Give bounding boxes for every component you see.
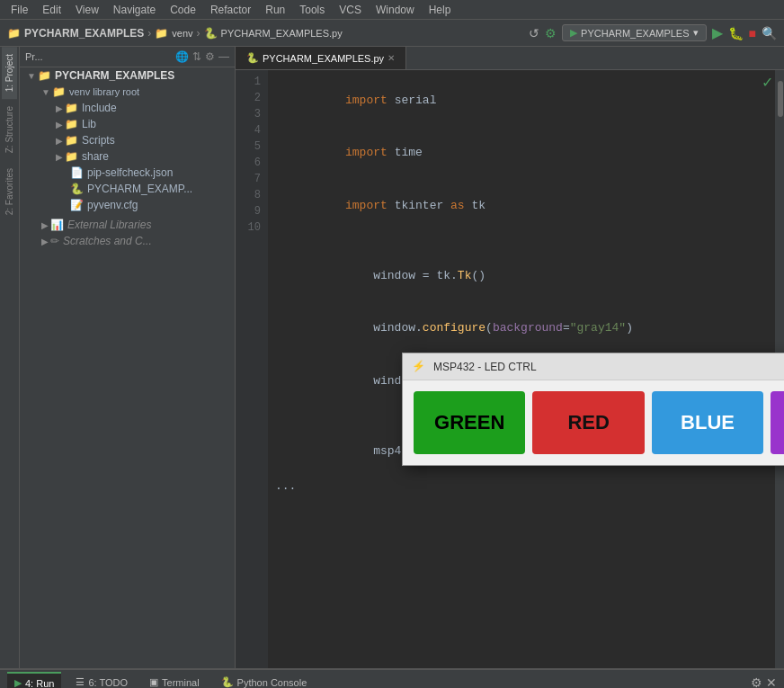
menu-file[interactable]: File bbox=[4, 4, 35, 16]
file-icon-toolbar: 🐍 bbox=[204, 27, 218, 40]
code-line-4 bbox=[275, 232, 768, 250]
code-line-5: window = tk.Tk() bbox=[275, 249, 768, 302]
tree-external-label: External Libraries bbox=[67, 219, 151, 231]
file-label-toolbar[interactable]: PYCHARM_EXAMPLES.py bbox=[221, 28, 343, 39]
menu-refactor[interactable]: Refactor bbox=[203, 4, 258, 16]
run-tab-todo[interactable]: ☰ 6: TODO bbox=[68, 673, 135, 688]
tree-scratches-row[interactable]: ▶ ✏ Scratches and C... bbox=[20, 233, 235, 249]
py-file-icon: 🐍 bbox=[70, 183, 84, 195]
tree-pyfile-row[interactable]: 🐍 PYCHARM_EXAMP... bbox=[20, 181, 235, 197]
multi-led-button[interactable]: MULTI bbox=[771, 391, 784, 454]
tree-pyfile-label: PYCHARM_EXAMP... bbox=[87, 183, 192, 195]
sidebar-icon-minimize[interactable]: — bbox=[218, 50, 229, 63]
floating-content: GREEN RED BLUE MULTI EXIT bbox=[403, 380, 784, 465]
code-line-1: import serial bbox=[275, 74, 768, 127]
share-folder-icon: 📁 bbox=[65, 150, 78, 163]
tree-root-row[interactable]: ▼ 📁 PYCHARM_EXAMPLES bbox=[20, 67, 235, 84]
menu-edit[interactable]: Edit bbox=[35, 4, 68, 16]
tree-venv-row[interactable]: ▼ 📁 venv library root bbox=[20, 84, 235, 100]
menu-window[interactable]: Window bbox=[369, 4, 422, 16]
run-config-selector[interactable]: ▶ PYCHARM_EXAMPLES ▾ bbox=[562, 24, 706, 41]
tree-external-row[interactable]: ▶ 📊 External Libraries bbox=[20, 217, 235, 233]
sidebar-icon-settings[interactable]: ⚙ bbox=[205, 50, 215, 63]
venv-label[interactable]: venv bbox=[172, 28, 192, 39]
scrollbar-thumb[interactable] bbox=[778, 81, 783, 117]
run-config-label: PYCHARM_EXAMPLES bbox=[581, 28, 689, 39]
tree-arrow-scripts: ▶ bbox=[56, 136, 63, 146]
run-settings-icon[interactable]: ⚙ bbox=[751, 675, 762, 689]
sidebar-icon-options[interactable]: ⇅ bbox=[192, 50, 201, 63]
python-console-label: Python Console bbox=[237, 677, 307, 688]
venv-folder-icon: 📁 bbox=[52, 85, 66, 98]
editor-status-ok: ✓ bbox=[762, 74, 773, 91]
update-icon[interactable]: ↺ bbox=[529, 26, 539, 40]
menu-code[interactable]: Code bbox=[163, 4, 203, 16]
tree-pipjson-label: pip-selfcheck.json bbox=[87, 166, 173, 179]
tree-include-row[interactable]: ▶ 📁 Include bbox=[20, 100, 235, 116]
editor-tab-icon: 🐍 bbox=[246, 52, 259, 64]
lib-folder-icon: 📁 bbox=[65, 118, 78, 130]
tree-arrow-share: ▶ bbox=[56, 152, 63, 162]
menu-run[interactable]: Run bbox=[258, 4, 292, 16]
tree-share-row[interactable]: ▶ 📁 share bbox=[20, 148, 235, 165]
run-tabs: ▶ 4: Run ☰ 6: TODO ▣ Terminal 🐍 Python C… bbox=[0, 670, 784, 688]
tree-scripts-row[interactable]: ▶ 📁 Scripts bbox=[20, 132, 235, 148]
external-libs-icon: 📊 bbox=[50, 219, 64, 231]
todo-label: 6: TODO bbox=[88, 677, 128, 688]
vertical-tabs: 1: Project Z: Structure 2: Favorites bbox=[0, 47, 20, 668]
breadcrumb-sep1: › bbox=[147, 27, 151, 40]
tree-arrow-lib: ▶ bbox=[56, 120, 63, 130]
menu-view[interactable]: View bbox=[68, 4, 106, 16]
tree-lib-label: Lib bbox=[82, 118, 96, 130]
menu-help[interactable]: Help bbox=[422, 4, 459, 16]
pip-json-icon: 📄 bbox=[70, 166, 84, 179]
run-tab-terminal[interactable]: ▣ Terminal bbox=[142, 673, 207, 688]
floating-titlebar: ⚡ MSP432 - LED CTRL — □ ✕ bbox=[403, 353, 784, 380]
profile-icon[interactable]: ⚙ bbox=[545, 26, 557, 40]
terminal-icon: ▣ bbox=[149, 676, 158, 688]
red-led-button[interactable]: RED bbox=[532, 391, 644, 454]
search-icon[interactable]: 🔍 bbox=[762, 26, 777, 40]
menu-bar: File Edit View Navigate Code Refactor Ru… bbox=[0, 0, 784, 20]
menu-navigate[interactable]: Navigate bbox=[106, 4, 163, 16]
tree-root-label: PYCHARM_EXAMPLES bbox=[55, 69, 174, 82]
green-led-button[interactable]: GREEN bbox=[414, 391, 525, 454]
menu-vcs[interactable]: VCS bbox=[332, 4, 369, 16]
vert-tab-favorites[interactable]: 2: Favorites bbox=[2, 161, 17, 222]
tree-cfg-label: pyvenv.cfg bbox=[87, 199, 138, 211]
tree-pipjson-row[interactable]: 📄 pip-selfcheck.json bbox=[20, 165, 235, 181]
breadcrumb-sep2: › bbox=[197, 27, 200, 40]
code-line-2: import time bbox=[275, 127, 768, 180]
sidebar-icon-new[interactable]: 🌐 bbox=[175, 50, 189, 63]
editor-tab-label: PYCHARM_EXAMPLES.py bbox=[263, 53, 384, 64]
python-console-icon: 🐍 bbox=[221, 676, 234, 688]
cfg-file-icon: 📝 bbox=[70, 199, 84, 211]
blue-led-button[interactable]: BLUE bbox=[652, 391, 763, 454]
vert-tab-structure[interactable]: Z: Structure bbox=[2, 99, 17, 160]
run-panel-controls: ⚙ ✕ bbox=[751, 675, 777, 689]
run-tab-label: 4: Run bbox=[25, 678, 54, 689]
run-tab-icon: ▶ bbox=[14, 677, 22, 688]
tree-scripts-label: Scripts bbox=[82, 134, 115, 147]
vert-tab-project[interactable]: 1: Project bbox=[2, 47, 17, 99]
menu-tools[interactable]: Tools bbox=[292, 4, 332, 16]
run-tab-run[interactable]: ▶ 4: Run bbox=[7, 672, 61, 688]
tree-arrow-include: ▶ bbox=[56, 103, 63, 113]
tree-lib-row[interactable]: ▶ 📁 Lib bbox=[20, 116, 235, 132]
debug-icon[interactable]: 🐛 bbox=[728, 26, 744, 40]
floating-app-icon: ⚡ bbox=[412, 360, 426, 374]
tree-share-label: share bbox=[82, 150, 109, 163]
stop-icon[interactable]: ■ bbox=[749, 26, 756, 40]
code-line-3: import tkinter as tk bbox=[275, 179, 768, 232]
sidebar-header-label: Pr... bbox=[25, 51, 43, 62]
run-tab-python-console[interactable]: 🐍 Python Console bbox=[214, 673, 315, 688]
tree-cfg-row[interactable]: 📝 pyvenv.cfg bbox=[20, 197, 235, 213]
editor-area: ✓ 🐍 PYCHARM_EXAMPLES.py ✕ 1 2 3 4 5 6 7 … bbox=[236, 47, 784, 668]
tree-include-label: Include bbox=[82, 102, 117, 114]
editor-tab-main[interactable]: 🐍 PYCHARM_EXAMPLES.py ✕ bbox=[236, 47, 406, 69]
run-panel-close[interactable]: ✕ bbox=[766, 675, 777, 689]
run-config-arrow: ▾ bbox=[693, 27, 699, 39]
tree-arrow-venv: ▼ bbox=[41, 87, 50, 97]
editor-tab-close[interactable]: ✕ bbox=[388, 53, 395, 63]
run-icon[interactable]: ▶ bbox=[712, 24, 723, 41]
